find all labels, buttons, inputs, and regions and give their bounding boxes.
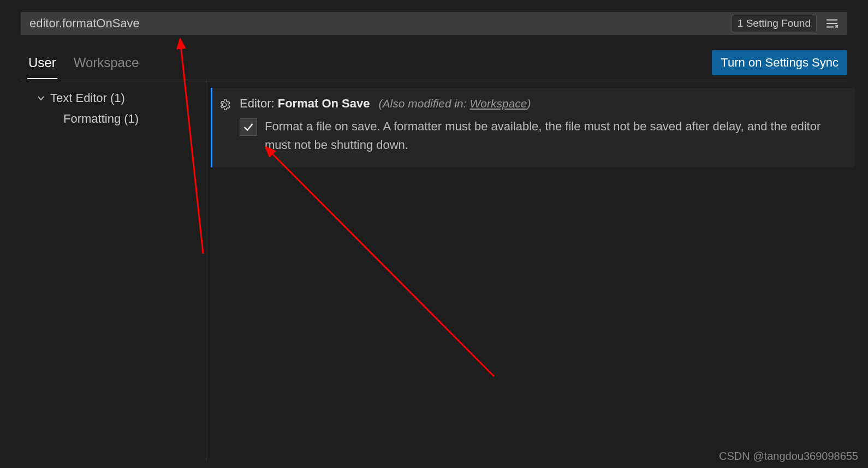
settings-sync-button[interactable]: Turn on Settings Sync [712,50,847,75]
sidebar-item-label: Text Editor (1) [50,91,125,105]
filter-icon[interactable] [824,16,840,31]
setting-format-on-save: Editor: Format On Save (Also modified in… [211,88,855,167]
search-status: 1 Setting Found [732,15,847,32]
settings-found-badge: 1 Setting Found [732,15,817,32]
setting-name: Format On Save [278,97,370,110]
setting-modified-note: (Also modified in: Workspace) [379,97,531,110]
chevron-down-icon [36,93,46,103]
setting-title: Editor: Format On Save (Also modified in… [240,97,844,111]
sidebar-item-text-editor[interactable]: Text Editor (1) [21,88,206,109]
tab-workspace[interactable]: Workspace [73,52,140,79]
settings-sidebar: Text Editor (1) Formatting (1) [21,80,206,461]
settings-search-bar: 1 Setting Found [21,12,847,35]
sidebar-item-label: Formatting (1) [63,112,139,126]
tabs-row: User Workspace Turn on Settings Sync [21,50,847,80]
modified-suffix: ) [527,97,531,110]
scope-tabs: User Workspace [21,52,140,79]
svg-rect-1 [827,23,837,24]
modified-workspace-link[interactable]: Workspace [469,97,527,110]
watermark: CSDN @tangdou369098655 [719,450,858,463]
svg-rect-2 [827,26,834,27]
search-input[interactable] [21,12,732,35]
modified-prefix: (Also modified in: [379,97,470,110]
format-on-save-checkbox[interactable] [240,118,257,136]
gear-icon[interactable] [218,99,230,113]
setting-body: Editor: Format On Save (Also modified in… [236,97,844,154]
setting-description: Format a file on save. A formatter must … [265,117,844,154]
settings-main-panel: Editor: Format On Save (Also modified in… [206,80,868,461]
content-area: Text Editor (1) Formatting (1) Editor: F… [21,80,868,461]
setting-control: Format a file on save. A formatter must … [240,117,844,154]
setting-category: Editor: [240,97,275,110]
svg-rect-0 [827,19,837,20]
tab-user[interactable]: User [27,52,57,79]
sidebar-item-formatting[interactable]: Formatting (1) [21,109,206,129]
